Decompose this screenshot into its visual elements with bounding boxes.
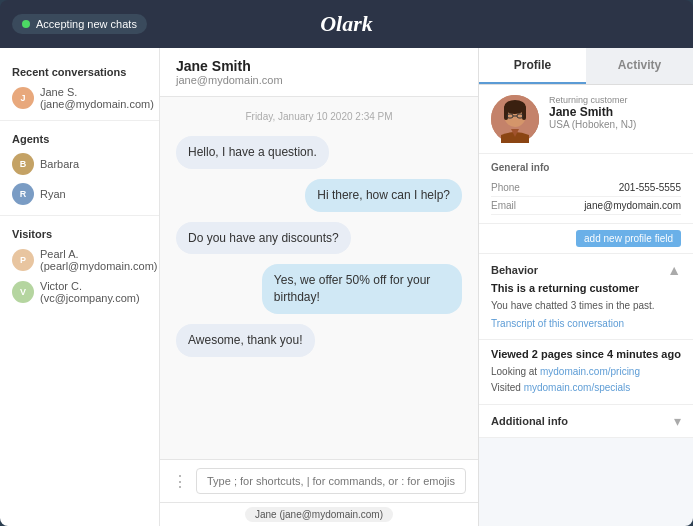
profile-tabs: Profile Activity (479, 48, 693, 85)
message-2: Hi there, how can I help? (305, 179, 462, 212)
chat-header: Jane Smith jane@mydomain.com (160, 48, 478, 97)
footer-tag: Jane (jane@mydomain.com) (245, 507, 393, 522)
sidebar: Recent conversations J Jane S. (jane@myd… (0, 48, 160, 526)
menu-dots-icon[interactable]: ⋮ (172, 472, 188, 491)
message-4: Yes, we offer 50% off for your birthday! (262, 264, 462, 314)
general-info-title: General info (491, 162, 681, 173)
pages-title: Viewed 2 pages since 4 minutes ago (491, 348, 681, 360)
chat-contact-name: Jane Smith (176, 58, 462, 74)
pricing-link[interactable]: mydomain.com/pricing (540, 366, 640, 377)
barbara-label: Barbara (40, 158, 79, 170)
main-content: Recent conversations J Jane S. (jane@myd… (0, 48, 693, 526)
transcript-link[interactable]: Transcript of this conversation (491, 318, 624, 329)
specials-link[interactable]: mydomain.com/specials (524, 382, 631, 393)
behavior-chat-count: You have chatted 3 times in the past. (491, 298, 681, 313)
avatar-svg (491, 95, 539, 143)
sidebar-item-jane[interactable]: J Jane S. (jane@mydomain.com) (0, 82, 159, 114)
avatar-ryan: R (12, 183, 34, 205)
avatar-jane: J (12, 87, 34, 109)
divider-agents (0, 120, 159, 121)
avatar-victor: V (12, 281, 34, 303)
pages-section: Viewed 2 pages since 4 minutes ago Looki… (479, 340, 693, 405)
returning-label: Returning customer (549, 95, 681, 105)
sidebar-item-pearl[interactable]: P Pearl A. (pearl@mydomain.com) (0, 244, 159, 276)
additional-header: Additional info ▾ (491, 413, 681, 429)
jane-label: Jane S. (jane@mydomain.com) (40, 86, 154, 110)
status-dot (22, 20, 30, 28)
chat-area: Jane Smith jane@mydomain.com Friday, Jan… (160, 48, 478, 526)
pages-visited: Visited mydomain.com/specials (491, 380, 681, 396)
chat-input-area: ⋮ (160, 459, 478, 502)
customer-card: Returning customer Jane Smith USA (Hobok… (479, 85, 693, 154)
chat-messages: Friday, January 10 2020 2:34 PM Hello, I… (160, 97, 478, 459)
victor-label: Victor C. (vc@jcompany.com) (40, 280, 147, 304)
status-badge[interactable]: Accepting new chats (12, 14, 147, 34)
behavior-section: Behavior ▲ This is a returning customer … (479, 254, 693, 340)
add-profile-field-button[interactable]: add new profile field (576, 230, 681, 247)
customer-info: Returning customer Jane Smith USA (Hobok… (549, 95, 681, 130)
agents-title: Agents (0, 127, 159, 149)
logo: Olark (320, 11, 373, 37)
sidebar-item-ryan[interactable]: R Ryan (0, 179, 159, 209)
header: Accepting new chats Olark (0, 0, 693, 48)
behavior-highlight: This is a returning customer (491, 282, 681, 294)
chat-contact-email: jane@mydomain.com (176, 74, 462, 86)
additional-info-section: Additional info ▾ (479, 405, 693, 438)
behavior-title: Behavior (491, 264, 538, 276)
info-row-phone: Phone 201-555-5555 (491, 179, 681, 197)
message-5: Awesome, thank you! (176, 324, 315, 357)
profile-panel: Profile Activity (478, 48, 693, 526)
email-value: jane@mydomain.com (584, 200, 681, 211)
email-label: Email (491, 200, 516, 211)
chat-input[interactable] (196, 468, 466, 494)
pearl-label: Pearl A. (pearl@mydomain.com) (40, 248, 158, 272)
recent-conversations-title: Recent conversations (0, 60, 159, 82)
avatar-barbara: B (12, 153, 34, 175)
sidebar-item-barbara[interactable]: B Barbara (0, 149, 159, 179)
phone-value: 201-555-5555 (619, 182, 681, 193)
sidebar-item-victor[interactable]: V Victor C. (vc@jcompany.com) (0, 276, 159, 308)
tab-activity[interactable]: Activity (586, 48, 693, 84)
message-1: Hello, I have a question. (176, 136, 329, 169)
chat-timestamp: Friday, January 10 2020 2:34 PM (176, 111, 462, 122)
customer-avatar (491, 95, 539, 143)
avatar-pearl: P (12, 249, 34, 271)
chevron-down-icon[interactable]: ▾ (674, 413, 681, 429)
general-info-section: General info Phone 201-555-5555 Email ja… (479, 154, 693, 224)
behavior-header: Behavior ▲ (491, 262, 681, 278)
visitors-title: Visitors (0, 222, 159, 244)
divider-visitors (0, 215, 159, 216)
pages-looking-at: Looking at mydomain.com/pricing (491, 364, 681, 380)
customer-name: Jane Smith (549, 105, 681, 119)
additional-title: Additional info (491, 415, 568, 427)
add-profile-btn-area: add new profile field (479, 224, 693, 254)
chat-footer: Jane (jane@mydomain.com) (160, 502, 478, 526)
message-3: Do you have any discounts? (176, 222, 351, 255)
ryan-label: Ryan (40, 188, 66, 200)
tab-profile[interactable]: Profile (479, 48, 586, 84)
app-wrapper: Accepting new chats Olark Recent convers… (0, 0, 693, 526)
collapse-icon[interactable]: ▲ (667, 262, 681, 278)
info-row-email: Email jane@mydomain.com (491, 197, 681, 215)
phone-label: Phone (491, 182, 520, 193)
status-text: Accepting new chats (36, 18, 137, 30)
customer-location: USA (Hoboken, NJ) (549, 119, 681, 130)
